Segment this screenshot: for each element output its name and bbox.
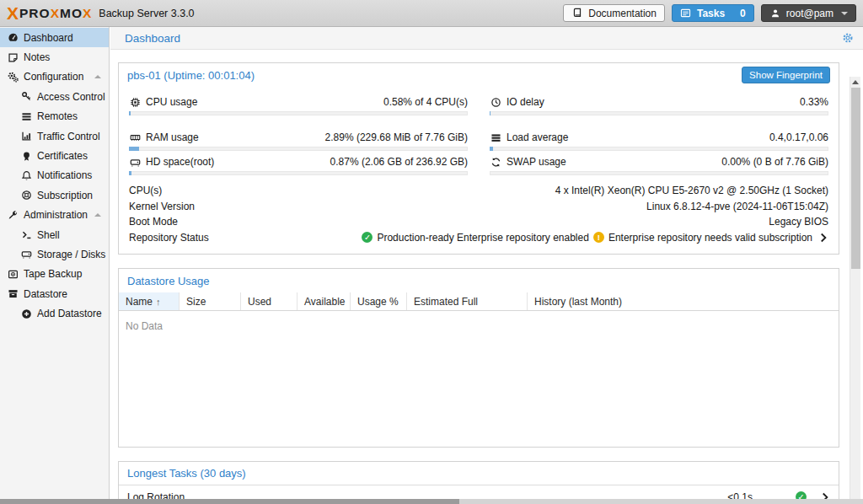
chevron-right-icon[interactable]: [818, 233, 828, 243]
plus-circle-icon: [20, 308, 32, 319]
sidebar-item-shell[interactable]: Shell: [0, 225, 109, 244]
column-header-history-last-month[interactable]: History (last Month): [528, 292, 839, 310]
horizontal-scrollbar-thumb[interactable]: [0, 499, 459, 504]
sidebar-item-label: Shell: [37, 229, 60, 241]
sidebar-item-label: Notifications: [37, 169, 92, 181]
sidebar-item-storage-disks[interactable]: Storage / Disks: [0, 244, 109, 264]
sort-ascending-icon: ↑: [156, 297, 161, 307]
clock-icon: [490, 96, 501, 108]
stat-value: 0.33%: [800, 96, 828, 108]
stat-progress-fill: [490, 147, 493, 151]
top-bar: X PROXMOX Backup Server 3.3.0 Documentat…: [0, 0, 863, 27]
column-header-used[interactable]: Used: [241, 292, 297, 310]
sidebar-item-dashboard[interactable]: Dashboard: [0, 28, 109, 47]
stat-value: 0.4,0.17,0.06: [769, 131, 828, 143]
check-circle-icon: ✓: [362, 232, 373, 243]
stat-progress-bar: [129, 147, 468, 151]
list-icon: [20, 110, 32, 122]
key-icon: [20, 91, 32, 103]
stat-label: RAM usage: [146, 131, 199, 143]
sidebar-item-label: Certificates: [37, 150, 88, 162]
info-row-cpu-s: CPU(s)4 x Intel(R) Xeon(R) CPU E5-2670 v…: [129, 183, 828, 199]
sidebar-item-label: Access Control: [37, 91, 105, 103]
sidebar-item-subscription[interactable]: Subscription: [0, 185, 109, 205]
stat-value: 0.58% of 4 CPU(s): [383, 96, 468, 108]
stat-progress-fill: [129, 111, 131, 115]
datastore-icon: [7, 288, 19, 300]
sidebar-item-label: Dashboard: [24, 32, 73, 44]
stat-load-average: Load average0.4,0.17,0.06: [490, 130, 828, 151]
sidebar-item-datastore[interactable]: Datastore: [0, 284, 109, 303]
stat-label: CPU usage: [146, 96, 197, 108]
chart-icon: [20, 131, 32, 142]
lifering-icon: [20, 190, 32, 201]
dashboard-scroll-area: pbs-01 (Uptime: 00:01:04) Show Fingerpri…: [110, 50, 850, 504]
tasks-count: 0: [740, 8, 746, 19]
memory-icon: [129, 131, 141, 143]
column-header-available[interactable]: Available: [297, 292, 351, 310]
stat-label: Load average: [507, 131, 568, 143]
info-label: Repository Status: [129, 230, 209, 246]
main-content: Dashboard pbs-01 (Uptime: 00:01:04) Show…: [110, 27, 863, 504]
stat-progress-fill: [129, 147, 139, 151]
show-fingerprint-button[interactable]: Show Fingerprint: [742, 67, 830, 83]
sidebar-item-remotes[interactable]: Remotes: [0, 107, 109, 126]
sidebar-item-access-control[interactable]: Access Control: [0, 87, 109, 106]
vertical-scrollbar-thumb[interactable]: [851, 88, 860, 269]
stat-progress-bar: [490, 147, 828, 151]
gear-icon[interactable]: [842, 32, 854, 44]
column-label: Name: [126, 296, 153, 308]
top-bar-actions: Documentation Tasks 0 root@pam: [563, 4, 856, 22]
sidebar-item-certificates[interactable]: Certificates: [0, 146, 109, 165]
sidebar-item-tape-backup[interactable]: Tape Backup: [0, 265, 109, 284]
sidebar: DashboardNotesConfigurationAccess Contro…: [0, 27, 110, 500]
sidebar-item-label: Administration: [24, 209, 88, 221]
column-header-size[interactable]: Size: [180, 292, 241, 310]
certificate-icon: [20, 150, 32, 162]
repo-status-text: Enterprise repository needs valid subscr…: [608, 230, 812, 246]
sidebar-item-configuration[interactable]: Configuration: [0, 67, 109, 87]
info-label: CPU(s): [129, 183, 162, 199]
sidebar-item-traffic-control[interactable]: Traffic Control: [0, 126, 109, 146]
sidebar-item-label: Notes: [24, 51, 50, 63]
column-label: History (last Month): [534, 296, 622, 308]
stat-progress-bar: [490, 171, 828, 175]
repo-status-text: Production-ready Enterprise repository e…: [377, 230, 588, 246]
info-row-repository-status: Repository Status✓Production-ready Enter…: [129, 230, 828, 246]
task-list-icon: [680, 8, 692, 19]
tasks-button[interactable]: Tasks 0: [672, 4, 754, 22]
host-panel-header: pbs-01 (Uptime: 00:01:04) Show Fingerpri…: [119, 63, 839, 87]
documentation-button[interactable]: Documentation: [563, 4, 665, 22]
sidebar-item-add-datastore[interactable]: Add Datastore: [0, 303, 109, 323]
sidebar-item-label: Storage / Disks: [37, 249, 105, 260]
sidebar-item-label: Datastore: [24, 288, 67, 300]
column-header-name[interactable]: Name↑: [119, 292, 180, 310]
stat-io-delay: IO delay0.33%: [490, 94, 828, 115]
stat-progress-fill: [490, 111, 490, 115]
sidebar-item-label: Subscription: [37, 190, 93, 201]
info-value: Linux 6.8.12-4-pve (2024-11-06T15:04Z): [646, 199, 828, 215]
stat-value: 0.87% (2.06 GB of 236.92 GB): [330, 156, 468, 168]
column-header-estimated-full[interactable]: Estimated Full: [407, 292, 528, 310]
sidebar-item-administration[interactable]: Administration: [0, 206, 109, 225]
chevron-up-icon[interactable]: [94, 75, 101, 78]
bell-icon: [20, 169, 32, 181]
note-icon: [7, 51, 19, 63]
column-header-usage[interactable]: Usage %: [351, 292, 407, 310]
column-label: Estimated Full: [414, 296, 478, 308]
sidebar-item-label: Add Datastore: [37, 308, 102, 319]
stat-cpu-usage: CPU usage0.58% of 4 CPU(s): [129, 94, 468, 115]
column-label: Size: [186, 296, 206, 308]
datastore-table-body: No Data: [119, 311, 839, 447]
tape-icon: [7, 268, 19, 280]
stat-progress-bar: [129, 171, 468, 175]
refresh-icon: [490, 156, 501, 168]
info-label: Boot Mode: [129, 214, 178, 230]
sidebar-item-notifications[interactable]: Notifications: [0, 166, 109, 185]
bars-icon: [490, 131, 501, 143]
scroll-up-arrow-icon[interactable]: [852, 80, 859, 84]
user-menu-button[interactable]: root@pam: [761, 4, 856, 22]
sidebar-item-notes[interactable]: Notes: [0, 47, 109, 67]
chevron-up-icon[interactable]: [94, 213, 101, 217]
terminal-icon: [20, 229, 32, 241]
